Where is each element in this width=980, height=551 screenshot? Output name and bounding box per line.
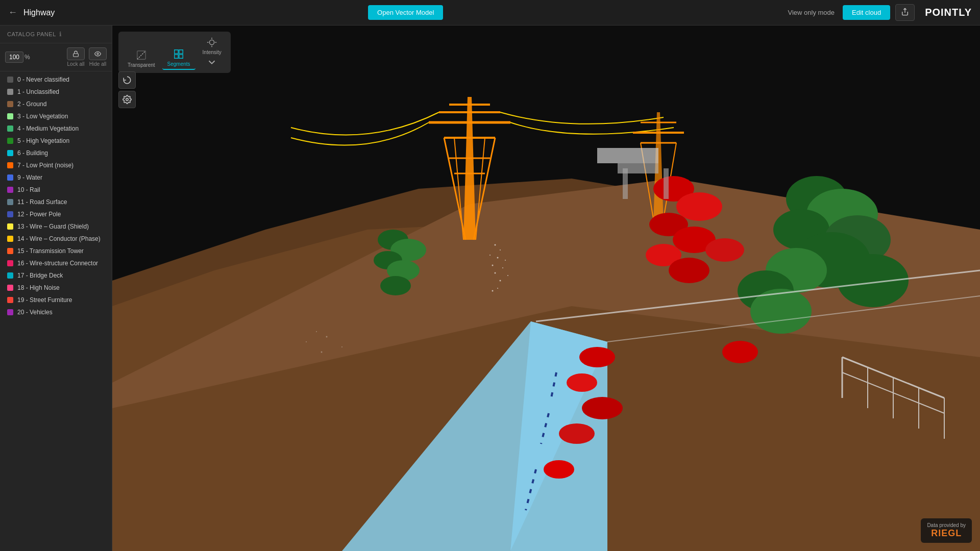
class-item-6[interactable]: 6 - Building [0, 147, 112, 159]
class-item-15[interactable]: 15 - Transmission Tower [0, 245, 112, 257]
class-label-4: 4 - Medium Vegetation [17, 125, 79, 132]
class-label-7: 7 - Low Point (noise) [17, 162, 74, 169]
svg-point-5 [210, 40, 214, 44]
class-item-17[interactable]: 17 - Bridge Deck [0, 269, 112, 282]
class-item-4[interactable]: 4 - Medium Vegetation [0, 122, 112, 135]
svg-point-43 [676, 192, 722, 221]
class-item-19[interactable]: 19 - Street Furniture [0, 294, 112, 306]
class-item-0[interactable]: 0 - Never classified [0, 73, 112, 86]
transparent-tool[interactable]: Transparent [122, 47, 160, 70]
opacity-unit: % [24, 54, 30, 61]
class-label-20: 20 - Vehicles [17, 309, 53, 316]
class-item-9[interactable]: 9 - Water [0, 171, 112, 184]
rotate-button[interactable] [118, 71, 136, 89]
class-label-10: 10 - Rail [17, 186, 40, 193]
svg-point-92 [341, 346, 342, 347]
transparent-label: Transparent [128, 62, 155, 68]
class-color-2 [7, 101, 13, 107]
class-item-2[interactable]: 2 - Ground [0, 98, 112, 110]
info-icon[interactable]: ℹ [59, 31, 62, 38]
svg-rect-75 [623, 168, 628, 199]
svg-point-78 [500, 249, 501, 251]
class-item-11[interactable]: 11 - Road Surface [0, 196, 112, 208]
class-item-10[interactable]: 10 - Rail [0, 184, 112, 196]
svg-point-39 [582, 397, 623, 419]
chevron-down-icon [206, 57, 217, 68]
edit-cloud-button[interactable]: Edit cloud [843, 5, 890, 20]
class-label-14: 14 - Wire – Conductor (Phase) [17, 235, 101, 242]
sidebar: CATALOG PANEL ℹ % Lock all Hide all [0, 26, 112, 551]
class-item-16[interactable]: 16 - Wire-structure Connector [0, 257, 112, 269]
logo: POINTLY [925, 7, 972, 18]
catalog-label: CATALOG PANEL [7, 31, 56, 37]
class-label-19: 19 - Street Furniture [17, 296, 72, 304]
intensity-icon [206, 37, 217, 48]
lock-all-button[interactable] [67, 47, 85, 60]
settings-button[interactable] [118, 91, 136, 108]
class-label-18: 18 - High Noise [17, 284, 60, 291]
class-label-11: 11 - Road Surface [17, 198, 67, 206]
class-label-17: 17 - Bridge Deck [17, 272, 63, 279]
catalog-header: CATALOG PANEL ℹ [0, 26, 112, 43]
watermark-label: Data provided by [927, 522, 966, 528]
class-color-3 [7, 113, 13, 119]
svg-point-37 [579, 347, 615, 367]
class-color-16 [7, 260, 13, 266]
svg-point-79 [497, 257, 499, 259]
svg-point-83 [502, 267, 503, 268]
class-color-6 [7, 150, 13, 156]
segments-icon [173, 48, 184, 60]
class-item-3[interactable]: 3 - Low Vegetation [0, 110, 112, 122]
opacity-input[interactable] [5, 52, 23, 63]
svg-point-48 [705, 238, 744, 262]
watermark: Data provided by RIEGL [921, 518, 972, 543]
open-vector-button[interactable]: Open Vector Model [368, 5, 443, 20]
svg-point-91 [306, 341, 307, 342]
svg-point-93 [321, 352, 323, 353]
svg-point-77 [495, 244, 496, 246]
svg-point-90 [326, 336, 328, 338]
svg-point-54 [380, 276, 411, 295]
class-list: 0 - Never classified1 - Unclassified2 - … [0, 71, 112, 551]
class-item-18[interactable]: 18 - High Noise [0, 282, 112, 294]
viewport[interactable]: Transparent Segments Intensity [112, 26, 980, 551]
share-button[interactable] [895, 4, 915, 21]
riegl-brand: RIEGL [927, 528, 966, 539]
svg-point-85 [507, 275, 508, 276]
class-item-13[interactable]: 13 - Wire – Guard (Shield) [0, 220, 112, 233]
class-label-16: 16 - Wire-structure Connector [17, 260, 98, 267]
class-item-12[interactable]: 12 - Power Pole [0, 208, 112, 220]
svg-point-41 [544, 460, 574, 479]
class-label-3: 3 - Low Vegetation [17, 113, 68, 120]
view-controls [118, 71, 136, 108]
svg-point-80 [489, 255, 491, 256]
class-color-17 [7, 272, 13, 279]
transparent-icon [136, 49, 147, 61]
class-item-1[interactable]: 1 - Unclassified [0, 86, 112, 98]
svg-point-49 [722, 341, 758, 363]
class-color-7 [7, 162, 13, 168]
class-item-7[interactable]: 7 - Low Point (noise) [0, 159, 112, 171]
page-title: Highway [23, 8, 368, 17]
class-item-14[interactable]: 14 - Wire – Conductor (Phase) [0, 233, 112, 245]
back-button[interactable]: ← [8, 7, 17, 18]
rotate-icon [122, 76, 132, 85]
class-label-5: 5 - High Vegetation [17, 137, 69, 144]
class-label-2: 2 - Ground [17, 101, 46, 108]
class-item-20[interactable]: 20 - Vehicles [0, 306, 112, 318]
intensity-tool[interactable]: Intensity [198, 35, 227, 70]
main-area: CATALOG PANEL ℹ % Lock all Hide all [0, 26, 980, 551]
share-icon [901, 8, 909, 16]
lock-control: Lock all [67, 47, 85, 67]
hide-label: Hide all [89, 61, 106, 67]
segments-tool[interactable]: Segments [162, 46, 195, 70]
svg-rect-1 [74, 54, 79, 57]
class-color-19 [7, 297, 13, 303]
svg-point-87 [497, 288, 498, 289]
svg-point-84 [495, 272, 496, 274]
hide-all-button[interactable] [89, 47, 107, 60]
class-item-5[interactable]: 5 - High Vegetation [0, 135, 112, 147]
svg-rect-76 [664, 168, 669, 199]
view-only-label: View only mode [788, 9, 835, 16]
class-color-20 [7, 309, 13, 315]
